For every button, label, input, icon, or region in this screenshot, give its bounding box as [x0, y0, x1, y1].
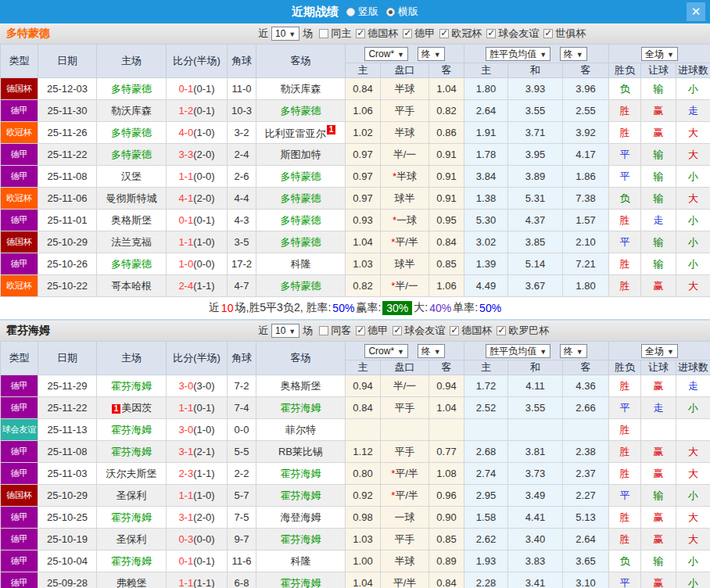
corner-score: 3-2	[228, 122, 256, 144]
league-checkbox[interactable]	[450, 326, 459, 335]
avg-draw-odds: 3.67	[508, 275, 563, 297]
odds-time-select[interactable]: 终▼	[418, 344, 445, 358]
avg-draw-odds: 5.31	[508, 188, 563, 210]
result-goals	[676, 419, 710, 441]
match-date: 25-10-26	[38, 253, 97, 275]
result-handicap: 输	[641, 188, 676, 210]
away-team: 霍芬海姆	[256, 529, 346, 550]
result-wdl: 胜	[609, 419, 641, 441]
avg-away-odds: 2.10	[563, 231, 609, 253]
odds-away: 1.04	[429, 78, 464, 100]
team-label: 霍芬海姆	[281, 489, 321, 501]
match-row: 德甲25-11-08霍芬海姆3-1(2-1)5-5RB莱比锡1.12平手0.77…	[1, 441, 710, 463]
away-team: 霍芬海姆	[256, 397, 346, 419]
period-select[interactable]: 全场▼	[641, 47, 678, 61]
league-checkbox[interactable]	[497, 326, 506, 335]
near-label: 近	[258, 324, 268, 338]
same-venue-checkbox[interactable]	[319, 29, 328, 38]
match-row: 德甲25-11-22多特蒙德3-3(2-0)2-4斯图加特0.97半/一0.91…	[1, 144, 710, 166]
avg-away-odds: 2.27	[563, 485, 609, 507]
match-row: 德甲25-11-03沃尔夫斯堡2-3(1-1)2-2霍芬海姆0.80*平/半1.…	[1, 463, 710, 485]
close-icon[interactable]: ✕	[687, 2, 705, 21]
odds-away: 0.91	[429, 188, 464, 210]
home-team: 曼彻斯特城	[97, 188, 167, 210]
match-count-select[interactable]: 10▼	[271, 324, 299, 338]
avg-time-select[interactable]: 终▼	[560, 47, 587, 61]
result-handicap: 赢	[641, 100, 676, 122]
bookmaker-select[interactable]: Crow*▼	[364, 344, 408, 358]
result-wdl: 负	[609, 550, 641, 572]
col-home: 主场	[97, 342, 167, 375]
match-type: 德甲	[1, 463, 38, 485]
filter-bar: 近 10▼ 场 同客 德甲球会友谊德国杯欧罗巴杯	[258, 324, 549, 338]
avg-odds-select[interactable]: 胜平负均值▼	[486, 344, 550, 358]
avg-odds-select[interactable]: 胜平负均值▼	[486, 47, 550, 61]
odds-home: 0.97	[346, 188, 381, 210]
result-goals: 小	[676, 485, 710, 507]
odds-away: 0.82	[429, 100, 464, 122]
recent-matches-table: 类型 日期 主场 比分(半场) 角球 客场 Crow*▼ 终▼ 胜平负均值▼ 终…	[0, 341, 710, 588]
home-team: 多特蒙德	[97, 144, 167, 166]
match-date: 25-11-30	[38, 100, 97, 122]
match-row: 德国杯25-10-29法兰克福1-1(1-0)3-5多特蒙德1.04*平/半0.…	[1, 231, 710, 253]
match-score: 3-1(2-0)	[167, 507, 228, 529]
league-checkbox[interactable]	[356, 29, 365, 38]
avg-draw-odds: 4.37	[508, 210, 563, 231]
same-venue-checkbox[interactable]	[319, 326, 328, 335]
horizontal-layout-radio[interactable]	[386, 8, 395, 16]
vertical-layout-label[interactable]: 竖版	[358, 5, 378, 19]
avg-time-select[interactable]: 终▼	[560, 344, 587, 358]
avg-home-odds: 1.80	[464, 78, 508, 100]
result-wdl: 胜	[609, 275, 641, 297]
league-checkbox[interactable]	[486, 29, 496, 38]
result-goals: 小	[676, 231, 710, 253]
chevron-down-icon: ▼	[434, 348, 441, 356]
match-date: 25-10-22	[38, 275, 97, 297]
match-row: 德甲25-10-25霍芬海姆3-1(2-0)7-5海登海姆0.98一球0.901…	[1, 507, 710, 529]
team-label: 多特蒙德	[281, 105, 321, 117]
odds-home: 0.98	[346, 507, 381, 529]
result-goals: 小	[676, 253, 710, 275]
avg-draw-odds: 3.85	[508, 231, 563, 253]
league-label: 德甲	[414, 27, 435, 39]
match-type: 德甲	[1, 100, 38, 122]
odds-away: 0.96	[429, 485, 464, 507]
match-date: 25-11-22	[38, 144, 97, 166]
col-away: 客场	[256, 342, 346, 375]
result-goals: 大	[676, 122, 710, 144]
league-checkbox[interactable]	[439, 29, 449, 38]
league-checkbox[interactable]	[393, 326, 402, 335]
sub-col-goals: 进球数	[676, 63, 710, 78]
bookmaker-select[interactable]: Crow*▼	[364, 47, 408, 61]
league-checkbox[interactable]	[543, 29, 553, 38]
chevron-down-icon: ▼	[434, 51, 441, 59]
odds-time-select[interactable]: 终▼	[418, 47, 445, 61]
sub-col-wdl: 胜负	[609, 360, 641, 375]
summary-text: 50%	[332, 302, 354, 314]
corner-score: 7-5	[228, 507, 256, 529]
match-count-select[interactable]: 10▼	[271, 27, 299, 41]
team-label: 霍芬海姆	[111, 446, 152, 457]
home-team: 1美因茨	[97, 397, 167, 419]
team-section-hoffenheim: 霍芬海姆 近 10▼ 场 同客 德甲球会友谊德国杯欧罗巴杯 类型 日期 主场 比…	[0, 319, 710, 588]
odds-home: 1.02	[346, 122, 381, 144]
match-type: 欧冠杯	[1, 188, 38, 210]
result-wdl: 平	[609, 166, 641, 188]
horizontal-layout-label[interactable]: 横版	[398, 5, 418, 19]
match-row: 德国杯25-12-03多特蒙德0-1(0-1)11-0勒沃库森0.84半球1.0…	[1, 78, 710, 100]
match-date: 25-12-03	[38, 78, 97, 100]
avg-away-odds: 3.10	[563, 572, 609, 588]
league-label: 欧罗巴杯	[508, 324, 549, 336]
away-team: 多特蒙德	[256, 231, 346, 253]
league-checkbox[interactable]	[356, 326, 365, 335]
avg-away-odds: 3.65	[563, 550, 609, 572]
vertical-layout-radio[interactable]	[346, 8, 355, 16]
team-label: 法兰克福	[111, 236, 152, 248]
handicap: 平手	[381, 441, 429, 463]
result-goals: 大	[676, 188, 710, 210]
period-select[interactable]: 全场▼	[641, 344, 678, 358]
result-goals: 大	[676, 441, 710, 463]
odds-away: 0.94	[429, 375, 464, 397]
league-checkbox[interactable]	[403, 29, 412, 38]
result-wdl: 负	[609, 78, 641, 100]
